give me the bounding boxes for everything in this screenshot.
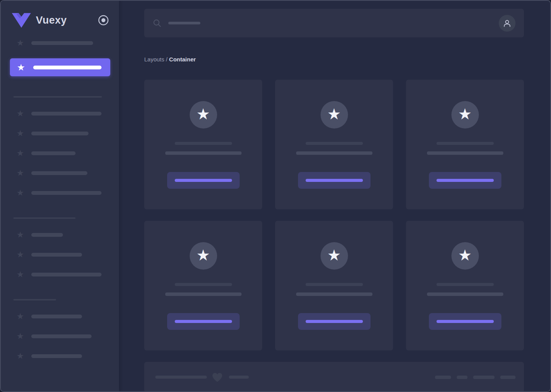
button-label-bar: [175, 179, 232, 182]
avatar-circle: ★: [451, 101, 479, 129]
skeleton-line: [437, 283, 494, 286]
search-bar[interactable]: [144, 9, 524, 37]
skeleton-line: [165, 151, 242, 155]
placeholder-card: ★: [406, 80, 524, 209]
breadcrumb: Layouts / Container: [144, 56, 524, 63]
primary-button[interactable]: [429, 172, 501, 189]
avatar-circle: ★: [190, 101, 217, 129]
skeleton-line: [427, 151, 503, 155]
button-label-bar: [437, 320, 494, 323]
person-icon: [503, 19, 512, 28]
star-icon: ★: [16, 63, 26, 72]
skeleton-line: [306, 142, 363, 145]
skeleton-line: [296, 151, 372, 155]
star-icon: ★: [16, 169, 25, 178]
skeleton-line: [165, 292, 242, 296]
avatar-circle: ★: [321, 101, 348, 129]
avatar-circle: ★: [451, 242, 479, 270]
search-icon: [153, 19, 161, 27]
sidebar-item[interactable]: ★: [16, 129, 119, 138]
skeleton-bar: [31, 112, 102, 116]
primary-button[interactable]: [167, 172, 240, 189]
skeleton-bar: [435, 376, 451, 379]
star-icon: ★: [327, 247, 341, 263]
skeleton-bar: [31, 315, 82, 318]
radio-circle-icon[interactable]: [97, 14, 110, 26]
breadcrumb-section[interactable]: Layouts: [144, 56, 164, 63]
sidebar-item[interactable]: ★: [16, 312, 119, 321]
star-icon: ★: [197, 106, 210, 122]
card-grid: ★ ★ ★ ★: [144, 80, 524, 350]
vuexy-v-logo-icon: [11, 12, 31, 28]
sidebar-item[interactable]: ★: [16, 188, 119, 198]
skeleton-line: [296, 292, 372, 296]
user-avatar-button[interactable]: [499, 15, 516, 32]
star-icon: ★: [16, 270, 25, 279]
skeleton-line: [175, 283, 232, 286]
star-icon: ★: [458, 247, 472, 263]
star-icon: ★: [16, 332, 25, 341]
skeleton-bar: [31, 41, 93, 45]
sidebar-item-active[interactable]: ★: [10, 58, 110, 76]
star-icon: ★: [16, 250, 25, 259]
avatar-circle: ★: [321, 242, 348, 270]
sidebar: Vuexy ★★★★★★★★★★★★★: [1, 1, 119, 391]
app-window: Vuexy ★★★★★★★★★★★★★: [0, 0, 551, 392]
sidebar-item[interactable]: ★: [16, 39, 119, 48]
sidebar-item[interactable]: ★: [16, 109, 119, 118]
placeholder-card: ★: [144, 80, 262, 209]
logo-row: Vuexy: [1, 1, 119, 28]
sidebar-item[interactable]: ★: [16, 270, 119, 279]
sidebar-item[interactable]: ★: [16, 230, 119, 239]
heart-icon[interactable]: [212, 372, 223, 382]
sidebar-item[interactable]: ★: [16, 352, 119, 361]
star-icon: ★: [16, 39, 25, 48]
sidebar-section-header-bar: [13, 217, 76, 219]
skeleton-bar: [31, 151, 76, 155]
skeleton-bar: [473, 376, 495, 379]
skeleton-line: [437, 142, 494, 145]
skeleton-line: [306, 283, 363, 286]
star-icon: ★: [16, 352, 25, 361]
star-icon: ★: [16, 149, 25, 158]
footer-left-group: [155, 372, 249, 382]
skeleton-bar: [229, 376, 249, 379]
placeholder-card: ★: [406, 221, 524, 350]
skeleton-bar: [31, 233, 63, 237]
avatar-circle: ★: [190, 242, 217, 270]
button-label-bar: [306, 320, 363, 323]
button-label-bar: [437, 179, 494, 182]
search-placeholder-bar: [168, 22, 200, 24]
skeleton-line: [427, 292, 503, 296]
star-icon: ★: [16, 230, 25, 239]
skeleton-bar: [31, 132, 89, 135]
sidebar-item[interactable]: ★: [16, 332, 119, 341]
star-icon: ★: [16, 129, 25, 138]
sidebar-section-header-bar: [13, 299, 56, 300]
footer-card: [144, 362, 524, 391]
skeleton-bar: [31, 191, 102, 195]
sidebar-item[interactable]: ★: [16, 169, 119, 178]
primary-button[interactable]: [298, 172, 371, 189]
primary-button[interactable]: [298, 313, 371, 330]
star-icon: ★: [458, 106, 472, 122]
star-icon: ★: [16, 109, 25, 118]
primary-button[interactable]: [429, 313, 501, 330]
button-label-bar: [306, 179, 363, 182]
skeleton-bar: [31, 253, 82, 257]
placeholder-card: ★: [275, 80, 393, 209]
sidebar-item[interactable]: ★: [16, 250, 119, 259]
star-icon: ★: [327, 106, 341, 122]
skeleton-line: [175, 142, 232, 145]
star-icon: ★: [16, 188, 25, 198]
skeleton-bar: [31, 171, 87, 175]
primary-button[interactable]: [167, 313, 240, 330]
breadcrumb-separator: /: [164, 56, 169, 63]
skeleton-bar: [31, 334, 92, 338]
star-icon: ★: [197, 247, 210, 263]
skeleton-bar: [457, 376, 467, 379]
button-label-bar: [175, 320, 232, 323]
skeleton-bar: [155, 376, 207, 379]
sidebar-item[interactable]: ★: [16, 149, 119, 158]
sidebar-section-header-bar: [13, 96, 102, 98]
